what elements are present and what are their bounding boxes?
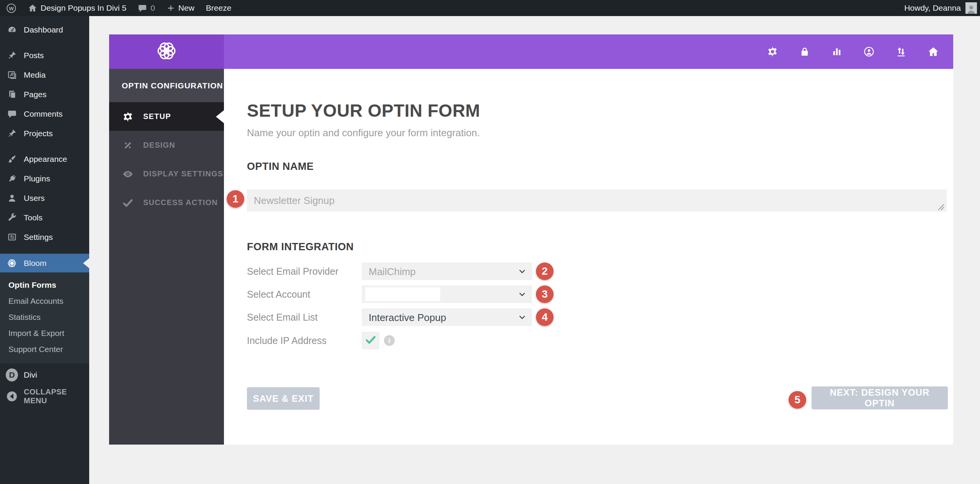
new-menu[interactable]: New bbox=[167, 3, 194, 13]
sidebar-item-media[interactable]: Media bbox=[0, 65, 89, 85]
save-exit-button[interactable]: SAVE & EXIT bbox=[247, 387, 320, 410]
sidebar-item-label: Plugins bbox=[24, 174, 50, 183]
config-tab-label: SUCCESS ACTION bbox=[143, 198, 218, 207]
email-list-select[interactable]: Interactive Popup bbox=[362, 308, 532, 326]
gear-icon[interactable] bbox=[766, 46, 779, 58]
include-ip-label: Include IP Address bbox=[247, 332, 327, 349]
wordpress-logo-icon[interactable]: W bbox=[6, 3, 16, 13]
collapse-arrow-icon bbox=[6, 391, 18, 401]
sidebar-item-label: Posts bbox=[24, 51, 44, 60]
sidebar-item-projects[interactable]: Projects bbox=[0, 124, 89, 143]
sidebar-item-label: Users bbox=[24, 194, 45, 203]
sidebar-item-label: Media bbox=[24, 70, 46, 80]
stats-icon[interactable] bbox=[831, 46, 843, 58]
config-tab-design[interactable]: DESIGN bbox=[109, 131, 224, 160]
pin-icon bbox=[6, 51, 18, 60]
config-tab-setup[interactable]: SETUP bbox=[109, 102, 224, 131]
pin-icon bbox=[6, 129, 18, 138]
lock-icon[interactable] bbox=[799, 46, 811, 58]
optin-name-input[interactable]: Newsletter Signup bbox=[247, 189, 947, 212]
sidebar-item-label: Pages bbox=[24, 90, 47, 99]
submenu-item-import-export[interactable]: Import & Export bbox=[0, 325, 89, 341]
sidebar-item-dashboard[interactable]: Dashboard bbox=[0, 20, 89, 39]
wp-sidebar: Dashboard Posts Media Pages Comments bbox=[0, 16, 89, 484]
site-name: Design Popups In Divi 5 bbox=[41, 3, 126, 13]
pages-icon bbox=[6, 90, 18, 99]
breeze-menu[interactable]: Breeze bbox=[206, 3, 232, 13]
account-icon[interactable] bbox=[863, 46, 875, 58]
comments-count: 0 bbox=[150, 3, 155, 13]
provider-select[interactable]: MailChimp bbox=[362, 262, 532, 280]
sidebar-item-users[interactable]: Users bbox=[0, 188, 89, 208]
home-icon[interactable] bbox=[927, 46, 939, 58]
divi-icon: D bbox=[6, 368, 18, 381]
check-icon bbox=[121, 197, 135, 209]
step-badge-5: 5 bbox=[789, 391, 806, 409]
new-label: New bbox=[178, 3, 194, 13]
config-tab-success-action[interactable]: SUCCESS ACTION bbox=[109, 188, 224, 217]
site-menu[interactable]: Design Popups In Divi 5 bbox=[28, 3, 126, 13]
setup-content: SETUP YOUR OPTIN FORM Name your optin an… bbox=[224, 69, 953, 445]
comment-icon bbox=[138, 3, 147, 13]
submenu-item-optin-forms[interactable]: Optin Forms bbox=[0, 277, 89, 293]
submenu-item-email-accounts[interactable]: Email Accounts bbox=[0, 293, 89, 309]
include-ip-checkbox[interactable] bbox=[362, 332, 379, 349]
bloom-header-icons bbox=[766, 46, 953, 58]
collapse-menu-label: COLLAPSE MENU bbox=[24, 388, 89, 405]
submenu-item-support-center[interactable]: Support Center bbox=[0, 341, 89, 357]
howdy-text[interactable]: Howdy, Deanna bbox=[904, 3, 961, 13]
sidebar-item-divi[interactable]: D Divi bbox=[0, 363, 89, 386]
users-icon bbox=[6, 193, 18, 203]
chevron-down-icon bbox=[518, 267, 527, 277]
step-badge-4: 4 bbox=[536, 308, 554, 326]
settings-icon bbox=[6, 232, 18, 242]
next-design-button[interactable]: NEXT: DESIGN YOUR OPTIN bbox=[812, 386, 948, 409]
sidebar-item-label: Appearance bbox=[24, 155, 67, 164]
email-list-label: Select Email List bbox=[247, 308, 318, 326]
sidebar-item-label: Tools bbox=[24, 213, 42, 222]
submenu-item-statistics[interactable]: Statistics bbox=[0, 309, 89, 325]
import-export-icon[interactable] bbox=[895, 46, 907, 58]
sidebar-item-label: Comments bbox=[24, 109, 63, 119]
config-tab-label: DESIGN bbox=[143, 141, 175, 150]
media-icon bbox=[6, 70, 18, 80]
bloom-flower-icon bbox=[6, 258, 18, 268]
dashboard-icon bbox=[6, 25, 18, 34]
config-tab-display-settings[interactable]: DISPLAY SETTINGS bbox=[109, 160, 224, 188]
optin-name-heading: OPTIN NAME bbox=[247, 161, 314, 173]
plus-icon bbox=[167, 4, 175, 12]
account-select[interactable] bbox=[362, 285, 532, 303]
sidebar-item-settings[interactable]: Settings bbox=[0, 227, 89, 247]
bloom-logo-block bbox=[109, 34, 224, 69]
bloom-submenu: Optin Forms Email Accounts Statistics Im… bbox=[0, 272, 89, 363]
wp-admin-bar: W Design Popups In Divi 5 0 New bbox=[0, 0, 980, 16]
page-subtitle: Name your optin and configure your form … bbox=[247, 127, 480, 139]
sidebar-item-label: Bloom bbox=[24, 259, 47, 268]
bloom-header bbox=[109, 34, 953, 69]
account-label: Select Account bbox=[247, 285, 310, 303]
breeze-label: Breeze bbox=[206, 3, 232, 13]
config-tab-label: DISPLAY SETTINGS bbox=[143, 169, 223, 178]
optin-config-panel: OPTIN CONFIGURATION SETUP DESIGN DISPLAY… bbox=[109, 69, 224, 445]
svg-text:W: W bbox=[9, 5, 14, 11]
avatar[interactable] bbox=[965, 2, 977, 14]
bloom-optin-setup-page: W Design Popups In Divi 5 0 New bbox=[0, 0, 980, 484]
sidebar-item-posts[interactable]: Posts bbox=[0, 46, 89, 65]
page-title: SETUP YOUR OPTIN FORM bbox=[247, 100, 480, 121]
chevron-down-icon bbox=[518, 313, 527, 323]
sidebar-item-plugins[interactable]: Plugins bbox=[0, 169, 89, 188]
step-badge-3: 3 bbox=[536, 285, 554, 303]
plugins-icon bbox=[6, 174, 18, 183]
provider-value: MailChimp bbox=[369, 262, 416, 280]
eye-icon bbox=[121, 168, 135, 180]
info-icon[interactable]: i bbox=[384, 335, 395, 346]
sidebar-item-comments[interactable]: Comments bbox=[0, 104, 89, 124]
form-integration-heading: FORM INTEGRATION bbox=[247, 241, 354, 253]
sidebar-item-appearance[interactable]: Appearance bbox=[0, 149, 89, 169]
checkmark-icon bbox=[364, 334, 377, 347]
comments-bubble[interactable]: 0 bbox=[138, 3, 155, 13]
sidebar-item-pages[interactable]: Pages bbox=[0, 85, 89, 104]
sidebar-item-tools[interactable]: Tools bbox=[0, 208, 89, 227]
collapse-menu-button[interactable]: COLLAPSE MENU bbox=[0, 386, 89, 406]
sidebar-item-bloom[interactable]: Bloom bbox=[0, 254, 89, 272]
